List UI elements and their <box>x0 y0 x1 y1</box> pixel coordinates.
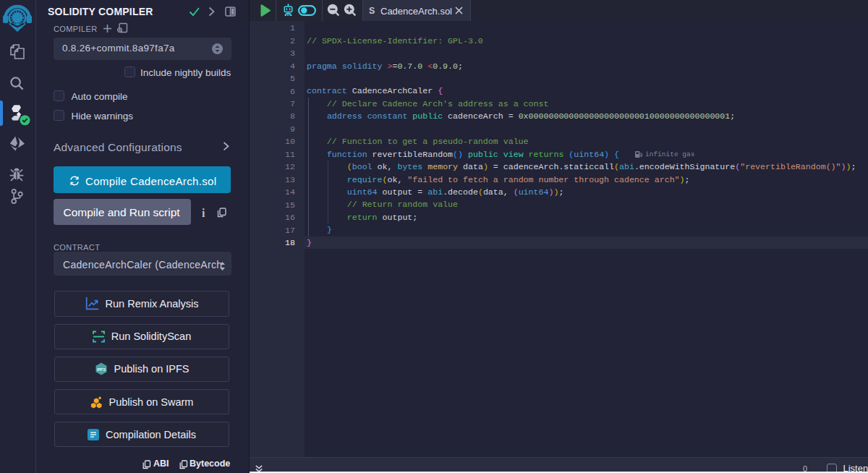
svg-text:IPFS: IPFS <box>96 367 106 372</box>
